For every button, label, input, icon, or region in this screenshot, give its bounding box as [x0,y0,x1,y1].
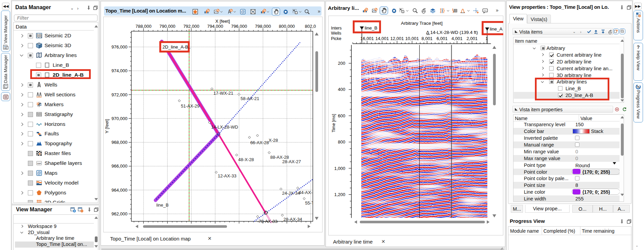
svg-text:14,001: 14,001 [375,36,389,41]
svg-text:970,000: 970,000 [111,116,127,121]
svg-text:55-T: 55-T [305,200,314,206]
svg-text:17-WX-21: 17-WX-21 [213,91,233,96]
svg-text:962,000: 962,000 [111,211,127,216]
svg-text:400: 400 [338,87,345,92]
svg-text:800,000: 800,000 [279,24,295,29]
svg-text:968,000: 968,000 [111,140,127,145]
svg-text:44-AX-3: 44-AX-3 [299,190,315,195]
svg-text:28-AX-27: 28-AX-27 [282,159,301,164]
svg-text:2D_line_A-B..: 2D_line_A-B.. [162,44,191,50]
svg-text:1,200: 1,200 [334,192,345,197]
svg-text:16,001: 16,001 [360,36,374,41]
svg-text:790,000: 790,000 [159,24,175,29]
svg-text:964,000: 964,000 [111,188,127,193]
svg-text:51-AX-29: 51-AX-29 [181,103,199,109]
svg-text:12,001: 12,001 [390,36,404,41]
svg-text:58-AX-21: 58-AX-21 [241,96,259,101]
svg-text:Wells: Wells [331,31,341,36]
svg-text:X-28: X-28 [269,138,278,143]
svg-text:line_B: line_B [365,25,378,31]
svg-text:798,000: 798,000 [255,24,271,29]
svg-text:48-X-28: 48-X-28 [238,157,254,162]
svg-text:200: 200 [338,61,345,66]
svg-text:Inters: Inters [331,26,342,31]
svg-text:Arbitrary Trace [feet]: Arbitrary Trace [feet] [401,21,442,26]
svg-text:802,0: 802,0 [305,24,316,29]
svg-text:1,000: 1,000 [334,166,345,171]
svg-text:1: 1 [485,36,488,41]
svg-text:28-AX-34: 28-AX-34 [283,217,302,222]
svg-text:8,001: 8,001 [421,36,433,41]
svg-text:24-JX-34: 24-JX-34 [282,191,300,196]
svg-text:10,001: 10,001 [405,36,419,41]
svg-text:line_A: line_A [490,26,503,32]
svg-text:Time [ms]: Time [ms] [331,114,336,132]
svg-text:78-AX-33: 78-AX-33 [259,219,277,224]
svg-text:976,000: 976,000 [111,44,127,50]
svg-text:Y [feet]: Y [feet] [104,119,109,134]
svg-text:600: 600 [338,113,345,118]
svg-text:Δ 14-LX-28-WD (139.4 ft): Δ 14-LX-28-WD (139.4 ft) [426,30,478,35]
svg-text:X [feet]: X [feet] [215,19,230,24]
svg-text:792,000: 792,000 [183,24,199,29]
svg-text:6,001: 6,001 [436,36,448,41]
svg-text:line_B: line_B [156,203,169,208]
svg-text:2,001: 2,001 [467,36,478,41]
svg-text:66-AX-28: 66-AX-28 [250,140,269,145]
svg-text:794,000: 794,000 [207,24,223,29]
svg-text:12-AX-33: 12-AX-33 [218,173,237,178]
svg-text:796,000: 796,000 [231,24,247,29]
svg-text:974,000: 974,000 [111,68,127,73]
svg-text:966,000: 966,000 [111,164,127,169]
svg-text:Picke: Picke [331,36,342,41]
svg-text:800: 800 [338,139,345,145]
svg-text:4,001: 4,001 [452,36,463,41]
svg-text:788,000: 788,000 [136,24,152,29]
svg-text:972,000: 972,000 [111,92,127,97]
svg-text:14-LX-28-WD: 14-LX-28-WD [211,124,238,130]
